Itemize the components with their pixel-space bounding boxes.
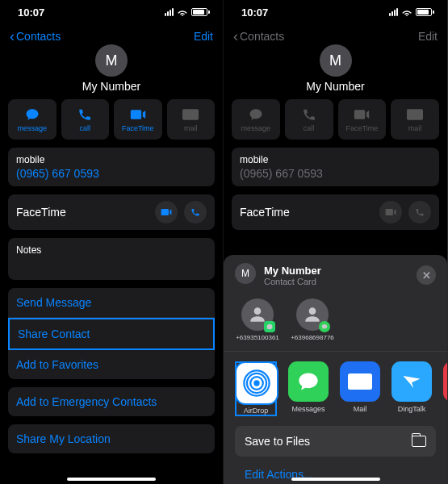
chevron-left-icon: ‹	[233, 29, 238, 44]
screenshot-right: 10:07 ‹ Contacts Edit M My Number messag…	[224, 0, 447, 484]
message-button: message	[232, 99, 280, 140]
mail-app-icon	[340, 361, 380, 402]
contact-name: My Number	[0, 80, 223, 93]
actions-list-3: Share My Location	[8, 424, 215, 453]
actions-list-1: Send Message Share Contact Add to Favori…	[8, 288, 215, 379]
quick-actions: message call FaceTime mail	[224, 99, 447, 140]
whatsapp-badge-icon	[264, 321, 275, 332]
messages-badge-icon	[319, 321, 330, 332]
share-sheet: M My Number Contact Card ✕ +63935100361	[224, 255, 447, 484]
cell-signal-icon	[165, 8, 174, 16]
suggested-contact-1[interactable]: +63935100361	[235, 298, 280, 341]
facetime-button: FaceTime	[338, 99, 387, 140]
emergency-item[interactable]: Add to Emergency Contacts	[8, 387, 215, 416]
messages-app-icon	[288, 361, 329, 402]
share-location-item[interactable]: Share My Location	[8, 424, 215, 453]
video-icon	[354, 107, 370, 122]
notes-card[interactable]: Notes	[8, 238, 215, 280]
status-time: 10:07	[18, 6, 44, 19]
battery-icon	[416, 8, 434, 16]
wifi-icon	[401, 8, 412, 16]
airdrop-icon	[237, 363, 277, 403]
mail-icon	[182, 107, 199, 122]
apps-row: AirDrop Messages Mail DingTalk	[224, 361, 447, 426]
suggested-contacts: +63935100361 +63968698776	[224, 297, 447, 352]
battery-icon	[191, 8, 210, 16]
wifi-icon	[177, 8, 188, 16]
actions-list-2: Add to Emergency Contacts	[8, 387, 215, 416]
status-bar: 10:07	[224, 0, 447, 24]
mobile-card[interactable]: mobile (0965) 667 0593	[8, 148, 215, 186]
contact-number: +63968698776	[290, 334, 335, 341]
message-button[interactable]: message	[8, 99, 57, 140]
facetime-label: FaceTime	[240, 206, 290, 219]
folder-icon	[412, 436, 426, 447]
dingtalk-icon	[391, 361, 432, 402]
chevron-left-icon: ‹	[10, 29, 15, 44]
facetime-card: FaceTime	[8, 194, 215, 230]
avatar: M	[320, 44, 352, 77]
airdrop-app[interactable]: AirDrop	[235, 361, 277, 416]
screenshot-left: 10:07 ‹ Contacts Edit M My Number messag…	[0, 0, 224, 484]
messages-app[interactable]: Messages	[288, 361, 329, 416]
facetime-card: FaceTime	[232, 194, 439, 230]
phone-icon	[77, 107, 93, 122]
mobile-value: (0965) 667 0593	[16, 167, 207, 180]
call-button[interactable]: call	[61, 99, 110, 140]
dingtalk-app[interactable]: DingTalk	[391, 361, 432, 416]
close-icon: ✕	[422, 269, 431, 282]
mobile-card: mobile (0965) 667 0593	[232, 148, 439, 186]
svg-point-0	[253, 380, 259, 386]
mobile-value: (0965) 667 0593	[240, 167, 431, 180]
mail-icon	[407, 107, 423, 122]
back-label: Contacts	[16, 30, 61, 43]
contact-name: My Number	[224, 80, 447, 93]
facetime-button[interactable]: FaceTime	[114, 99, 162, 140]
phone-icon	[301, 107, 317, 122]
suggested-contact-2[interactable]: +63968698776	[290, 298, 335, 341]
edit-actions-item[interactable]: Edit Actions...	[224, 463, 447, 484]
mobile-label: mobile	[240, 154, 431, 165]
edit-button: Edit	[418, 30, 438, 43]
contact-number: +63935100361	[235, 334, 280, 341]
facetime-label: FaceTime	[16, 206, 66, 219]
back-button: ‹ Contacts	[233, 29, 284, 44]
sheet-header: M My Number Contact Card ✕	[224, 263, 447, 297]
video-icon	[130, 107, 146, 122]
facetime-audio-button[interactable]	[184, 201, 207, 223]
save-to-files-item[interactable]: Save to Files	[235, 426, 436, 457]
next-app-partial[interactable]	[443, 361, 447, 416]
facetime-video-button	[379, 201, 402, 223]
call-button: call	[285, 99, 333, 140]
back-button[interactable]: ‹ Contacts	[10, 29, 61, 44]
status-time: 10:07	[241, 6, 268, 19]
cell-signal-icon	[389, 8, 398, 16]
close-button[interactable]: ✕	[417, 265, 436, 285]
message-icon	[248, 107, 264, 122]
status-bar: 10:07	[0, 0, 223, 24]
sheet-title: My Number	[264, 265, 408, 277]
contact-header: M My Number	[224, 44, 447, 93]
home-indicator[interactable]	[67, 478, 156, 481]
share-contact-item[interactable]: Share Contact	[8, 318, 215, 350]
send-message-item[interactable]: Send Message	[8, 288, 215, 318]
message-icon	[24, 107, 40, 122]
facetime-video-button[interactable]	[155, 201, 178, 223]
notes-label: Notes	[16, 244, 207, 256]
mail-button: mail	[167, 99, 216, 140]
sheet-avatar: M	[235, 263, 256, 284]
home-indicator[interactable]	[291, 478, 380, 481]
mail-app[interactable]: Mail	[340, 361, 380, 416]
mail-button: mail	[391, 99, 439, 140]
mobile-label: mobile	[16, 154, 207, 165]
back-label: Contacts	[240, 30, 284, 43]
facetime-audio-button	[408, 201, 431, 223]
quick-actions: message call FaceTime mail	[0, 99, 223, 140]
edit-button[interactable]: Edit	[194, 30, 213, 43]
avatar[interactable]: M	[95, 44, 128, 77]
contact-header: M My Number	[0, 44, 223, 93]
add-favorites-item[interactable]: Add to Favorites	[8, 350, 215, 379]
sheet-subtitle: Contact Card	[264, 277, 408, 286]
